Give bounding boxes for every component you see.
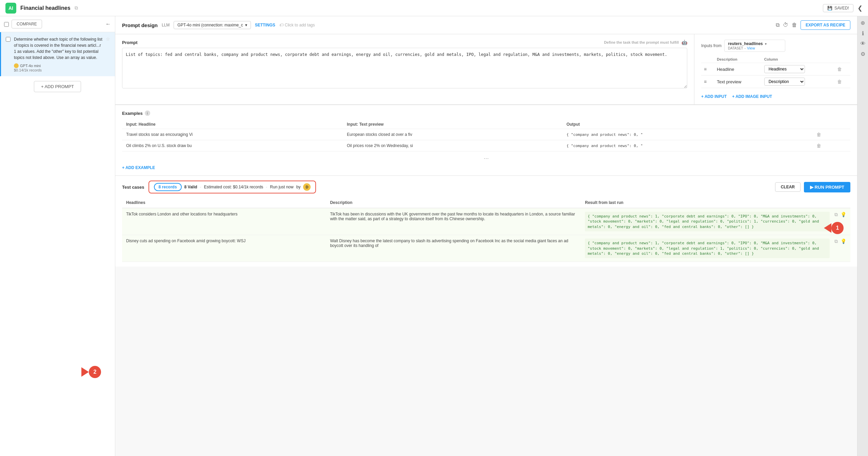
info-result-2-button[interactable]: 💡 xyxy=(841,239,846,244)
delete-icon-button[interactable]: 🗑 xyxy=(792,22,797,28)
table-row: Disney cuts ad spending on Facebook amid… xyxy=(122,235,850,262)
badge-2-circle: 2 xyxy=(89,366,101,378)
result-description-1: TikTok has been in discussions with the … xyxy=(326,208,581,235)
prompt-textarea[interactable]: List of topics: fed and central banks, c… xyxy=(122,48,687,88)
result-cell-1: { "company and product news": 1, "corpor… xyxy=(585,212,830,231)
delete-input-1-button[interactable]: 🗑 xyxy=(837,66,842,72)
clear-button[interactable]: CLEAR xyxy=(775,182,801,192)
prompt-robot-icon[interactable]: 🤖 xyxy=(682,40,687,45)
content-area: Prompt Define the task that the prompt m… xyxy=(115,34,857,105)
inputs-from-label: Inputs from xyxy=(701,43,722,48)
tag-area[interactable]: 🏷 Click to add tags xyxy=(279,23,315,27)
delete-example-2-button[interactable]: 🗑 xyxy=(816,143,821,148)
col-headlines-header: Headlines xyxy=(122,198,326,208)
example-row: Travel stocks soar as encouraging Vi Eur… xyxy=(122,129,850,140)
sidebar-prompt-item[interactable]: Determine whether each topic of the foll… xyxy=(0,32,115,76)
dataset-view-link[interactable]: View xyxy=(747,46,755,50)
badge-1-circle: 1 xyxy=(831,222,844,234)
star-icon[interactable]: ☆ xyxy=(106,36,110,42)
test-status-box: 8 records 8 Valid - Estimated cost: $0.1… xyxy=(149,181,316,193)
add-input-link[interactable]: + ADD INPUT xyxy=(701,94,727,99)
example-preview-2: Oil prices rose 2% on Wednesday, si xyxy=(347,143,413,148)
run-label: Run just now xyxy=(270,185,293,189)
header-actions: ⧉ ⏱ 🗑 EXPORT AS RECIPE xyxy=(776,20,850,30)
column-select-wrapper-2: Description Headlines xyxy=(764,78,805,86)
copy-result-1-button[interactable]: ⧉ xyxy=(834,212,838,217)
test-actions: CLEAR ▶ RUN PROMPT xyxy=(775,182,850,192)
example-row: Oil climbs 2% on U.S. stock draw bu Oil … xyxy=(122,140,850,151)
app-logo: AI xyxy=(5,3,16,14)
col-input-preview: Input: Text preview xyxy=(343,120,563,129)
settings-link[interactable]: SETTINGS xyxy=(255,23,275,27)
test-cases-header: Test cases 8 records 8 Valid - Estimated… xyxy=(122,181,850,193)
export-as-recipe-button[interactable]: EXPORT AS RECIPE xyxy=(801,20,850,30)
input-row-icon: ≡ xyxy=(704,66,707,72)
result-description-2: Walt Disney has become the latest compan… xyxy=(326,235,581,262)
chevron-down-icon: ▾ xyxy=(765,42,767,46)
model-dot-icon xyxy=(14,63,19,68)
saved-button[interactable]: 💾 SAVED! xyxy=(823,4,853,12)
llm-label: LLM xyxy=(162,23,170,27)
info-icon[interactable]: i xyxy=(145,110,150,116)
copy-icon-button[interactable]: ⧉ xyxy=(776,22,780,28)
result-icons: ⧉ 💡 xyxy=(834,212,846,217)
model-select[interactable]: GPT-4o mini (connection: maxime_c ▾ xyxy=(174,21,251,29)
result-cell-2: { "company and product news": 1, "corpor… xyxy=(585,239,830,258)
model-badge: GPT-4o mini xyxy=(14,63,41,68)
result-headline-2: Disney cuts ad spending on Facebook amid… xyxy=(122,235,326,262)
inputs-from-row: Inputs from reuters_headlines ▾ DATASET … xyxy=(701,40,850,52)
compare-button[interactable]: COMPARE xyxy=(12,20,42,28)
copy-result-2-button[interactable]: ⧉ xyxy=(834,239,838,244)
col-output: Output xyxy=(563,120,812,129)
add-example-link[interactable]: + ADD EXAMPLE xyxy=(122,165,155,170)
add-prompt-button[interactable]: + ADD PROMPT xyxy=(34,81,81,92)
inputs-table: Description Column ≡ Headline xyxy=(701,56,850,88)
col-desc-header xyxy=(701,56,714,63)
delete-input-2-button[interactable]: 🗑 xyxy=(837,79,842,84)
delete-example-1-button[interactable]: 🗑 xyxy=(816,132,821,137)
examples-title: Examples xyxy=(122,111,143,116)
result-output-2: { "company and product news": 1, "corpor… xyxy=(581,235,850,262)
collapse-button[interactable]: ❮ xyxy=(857,4,863,12)
examples-table: Input: Headline Input: Text preview Outp… xyxy=(122,120,850,151)
run-prompt-button[interactable]: ▶ RUN PROMPT xyxy=(804,182,850,192)
back-button[interactable]: ← xyxy=(105,21,111,27)
input-row: ≡ Text preview Description Headlines xyxy=(701,76,850,88)
user-avatar: D xyxy=(303,183,311,191)
example-headline-2: Oil climbs 2% on U.S. stock draw bu xyxy=(126,143,192,148)
info-result-1-button[interactable]: 💡 xyxy=(841,212,846,217)
col-input-headline: Input: Headline xyxy=(122,120,343,129)
right-edge-info-button[interactable]: ℹ xyxy=(862,30,864,37)
right-edge-plus-button[interactable]: ⊕ xyxy=(861,20,865,26)
input-row: ≡ Headline Headlines Description xyxy=(701,63,850,76)
right-edge-eye-button[interactable]: 👁 xyxy=(860,41,866,47)
records-badge[interactable]: 8 records xyxy=(154,183,182,191)
sidebar-top: COMPARE ← xyxy=(0,16,115,32)
history-icon-button[interactable]: ⏱ xyxy=(783,22,788,28)
add-image-input-link[interactable]: + ADD IMAGE INPUT xyxy=(732,94,772,99)
item-checkbox[interactable] xyxy=(6,37,11,42)
copy-title-icon[interactable]: ⧉ xyxy=(75,5,78,11)
example-output-1: { "company and product news": 0, " xyxy=(567,132,643,137)
test-cases-section: Test cases 8 records 8 Valid - Estimated… xyxy=(115,175,857,267)
prompt-label: Prompt Define the task that the prompt m… xyxy=(122,40,687,45)
col-column-header: Column xyxy=(762,56,834,63)
example-preview-1: European stocks closed at over a fiv xyxy=(347,132,412,137)
cost-estimate: Estimated cost: $0.14/1k records xyxy=(204,185,263,189)
valid-count: 8 Valid xyxy=(184,185,197,189)
right-edge-settings-button[interactable]: ⚙ xyxy=(861,51,865,57)
prompt-section: Prompt Define the task that the prompt m… xyxy=(115,34,694,104)
column-select-2[interactable]: Description Headlines xyxy=(764,78,805,86)
more-dots: ... xyxy=(122,151,850,163)
annotation-1: 1 xyxy=(831,222,844,234)
input-description-1: Headline xyxy=(717,67,734,72)
table-row: TikTok considers London and other locati… xyxy=(122,208,850,235)
sidebar-item-text: Determine whether each topic of the foll… xyxy=(14,36,102,61)
select-all-checkbox[interactable] xyxy=(4,22,9,27)
badge-2-arrow xyxy=(81,367,89,377)
col-description-header: Description xyxy=(714,56,761,63)
annotation-2: 2 xyxy=(81,366,101,378)
top-header: AI Financial headlines ⧉ 💾 SAVED! ❮ xyxy=(0,0,868,16)
column-select-1[interactable]: Headlines Description xyxy=(764,65,805,73)
dataset-type-label: DATASET xyxy=(728,46,743,50)
